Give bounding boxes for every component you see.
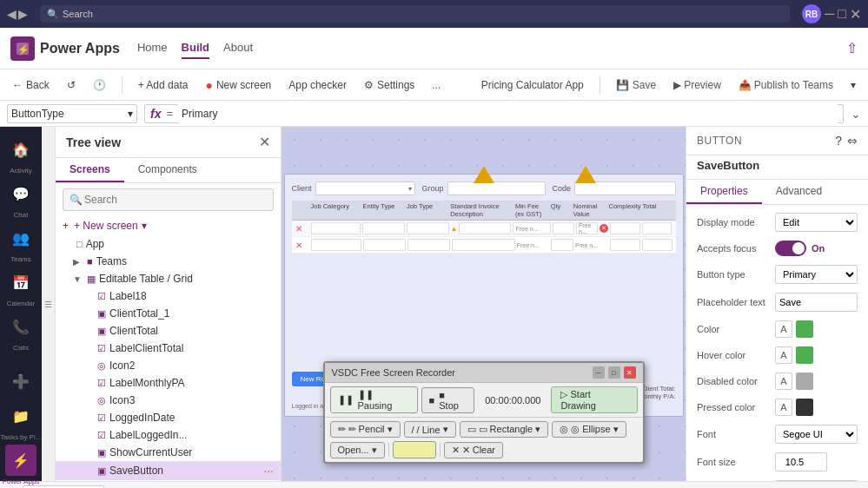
- tree-item-labelloggedin[interactable]: ☑ LabelLoggedIn...: [56, 426, 281, 444]
- share-icon[interactable]: ⇧: [846, 40, 858, 56]
- pressed-color-a-swatch[interactable]: A: [775, 399, 792, 416]
- row-2-description[interactable]: [452, 239, 515, 251]
- calls-nav-item[interactable]: 📞 Calls: [5, 311, 36, 352]
- row-2-delete-icon[interactable]: ✕: [295, 241, 302, 250]
- publish-button[interactable]: 📤 Publish to Teams: [733, 76, 838, 95]
- table-row-1[interactable]: ✕ ▲ Free n...: [292, 221, 676, 237]
- props-help-icon[interactable]: ?: [835, 134, 842, 148]
- row-2-minfee[interactable]: Free n...: [517, 242, 550, 248]
- save-button[interactable]: 💾 Save: [611, 76, 661, 95]
- nav-about[interactable]: About: [223, 37, 253, 59]
- nav-build[interactable]: Build: [182, 37, 210, 59]
- tree-item-app[interactable]: □ App: [56, 235, 281, 253]
- history-button[interactable]: 🕐: [88, 76, 111, 95]
- row-1-jobcategory[interactable]: [311, 222, 361, 234]
- nav-back[interactable]: ◀: [7, 7, 17, 21]
- recorder-pencil-tool[interactable]: ✏ ✏ Pencil ▾: [330, 421, 401, 438]
- row-1-minfee[interactable]: Free n...: [513, 222, 550, 234]
- files-nav-item[interactable]: 📁 Tasks by Pl...: [0, 400, 41, 441]
- recorder-draw-button[interactable]: ▷ Start Drawing: [551, 386, 637, 413]
- table-row-2[interactable]: ✕ Free n... Free n...: [292, 237, 676, 254]
- hover-color-green-swatch[interactable]: [796, 346, 813, 364]
- row-2-total[interactable]: [642, 239, 673, 251]
- settings-button[interactable]: ⚙ Settings: [359, 76, 420, 95]
- recorder-pause-button[interactable]: ❚❚ ❚❚ Pausing: [330, 386, 418, 413]
- recorder-minimize-btn[interactable]: ─: [593, 366, 605, 379]
- button-type-select[interactable]: Primary: [775, 265, 858, 284]
- hover-color-a-swatch[interactable]: A: [775, 346, 792, 364]
- tree-item-clienttotal1[interactable]: ▣ ClientTotal_1: [56, 305, 281, 322]
- new-screen-button[interactable]: + + New screen ▾: [56, 216, 281, 235]
- accepts-focus-toggle[interactable]: [775, 241, 806, 256]
- font-size-input[interactable]: [775, 452, 827, 472]
- row-1-qty[interactable]: [553, 222, 574, 234]
- user-avatar[interactable]: RB: [802, 4, 821, 23]
- tree-item-icon2[interactable]: ◎ Icon2: [56, 357, 281, 374]
- recorder-close-btn[interactable]: ✕: [624, 366, 636, 379]
- placeholder-text-input[interactable]: [775, 293, 858, 312]
- publish-more-button[interactable]: ▾: [845, 76, 861, 95]
- nav-forward[interactable]: ▶: [18, 7, 28, 21]
- tree-item-label18[interactable]: ☑ Label18: [56, 287, 281, 305]
- property-selector[interactable]: ButtonType ▾: [7, 104, 137, 123]
- new-screen-button[interactable]: ● New screen: [200, 75, 276, 96]
- font-weight-select[interactable]: Normal: [775, 480, 858, 481]
- tree-close-button[interactable]: ✕: [259, 134, 270, 150]
- color-green-swatch[interactable]: [796, 320, 813, 338]
- tree-search-input[interactable]: [63, 188, 274, 211]
- tree-item-icon3[interactable]: ◎ Icon3: [56, 392, 281, 409]
- row-1-delete-icon[interactable]: ✕: [295, 224, 302, 234]
- status-screen-select[interactable]: Editable Ta...: [23, 485, 104, 489]
- tree-item-editable-table[interactable]: ▼ ▦ Editable Table / Grid: [56, 270, 281, 287]
- tree-item-labelclientcode[interactable]: ☑ LabelClientCode: [56, 480, 281, 481]
- app-checker-button[interactable]: App checker: [283, 76, 352, 95]
- add-nav-item[interactable]: ➕: [5, 366, 36, 397]
- close-btn[interactable]: ✕: [850, 6, 861, 23]
- tree-item-clienttotal[interactable]: ▣ ClientTotal: [56, 322, 281, 340]
- preview-button[interactable]: ▶ Preview: [668, 76, 726, 95]
- recorder-maximize-btn[interactable]: □: [608, 366, 620, 379]
- add-data-button[interactable]: + Add data: [133, 76, 194, 95]
- props-expand-icon[interactable]: ⇔: [847, 134, 858, 148]
- minimize-btn[interactable]: ─: [825, 6, 834, 22]
- address-bar[interactable]: 🔍 Search: [40, 5, 790, 23]
- row-2-jobcategory[interactable]: [311, 239, 361, 251]
- pricing-calculator-button[interactable]: Pricing Calculator App: [476, 76, 589, 95]
- row-1-complexity[interactable]: [610, 222, 640, 234]
- formula-expand-icon[interactable]: ⌄: [851, 107, 861, 121]
- tree-item-showcurrentuser[interactable]: ▣ ShowCurrentUser: [56, 444, 281, 461]
- chat-nav-item[interactable]: 💬 Chat: [5, 178, 36, 219]
- row-2-nominal[interactable]: Free n...: [575, 242, 608, 248]
- row-1-jobtype[interactable]: [407, 222, 449, 234]
- tree-toggle[interactable]: ☰: [42, 127, 56, 481]
- teams-nav-item[interactable]: 👥 Teams: [5, 222, 36, 263]
- row-2-jobtype[interactable]: [407, 239, 450, 251]
- row-2-complexity[interactable]: [610, 239, 640, 251]
- row-1-total[interactable]: [642, 222, 673, 234]
- tree-item-labelmonthlypa[interactable]: ☑ LabelMonthlyPA: [56, 374, 281, 392]
- recorder-clear-button[interactable]: ✕ ✕ Clear: [444, 442, 503, 458]
- back-button[interactable]: ← Back: [7, 76, 55, 95]
- props-tab-advanced[interactable]: Advanced: [762, 180, 836, 204]
- row-1-entitytype[interactable]: [362, 222, 405, 234]
- display-mode-select[interactable]: Edit: [775, 213, 858, 232]
- row-2-entitytype[interactable]: [363, 239, 406, 251]
- client-dropdown[interactable]: ▾: [315, 181, 415, 195]
- disabled-color-grey-swatch[interactable]: [796, 373, 813, 390]
- row-2-qty[interactable]: [551, 239, 573, 251]
- row-1-nominal[interactable]: Free n...: [576, 222, 598, 234]
- recorder-stop-button[interactable]: ■ ■ Stop: [421, 387, 475, 413]
- color-a-swatch[interactable]: A: [775, 320, 792, 338]
- font-select[interactable]: Segoe UI: [775, 425, 858, 444]
- pressed-color-dark-swatch[interactable]: [796, 399, 813, 416]
- tree-item-labelclienttotal[interactable]: ☑ LabelClientTotal: [56, 340, 281, 357]
- recorder-open-tool[interactable]: Open... ▾: [330, 442, 385, 458]
- maximize-btn[interactable]: □: [838, 6, 846, 22]
- row-1-remove-icon[interactable]: ✕: [600, 224, 608, 233]
- recorder-rectangle-tool[interactable]: ▭ ▭ Rectangle ▾: [460, 421, 549, 438]
- savebutton-more-icon[interactable]: ···: [263, 464, 274, 478]
- recorder-color-picker[interactable]: [393, 441, 436, 458]
- recorder-ellipse-tool[interactable]: ◎ ◎ Ellipse ▾: [552, 421, 626, 438]
- undo-button[interactable]: ↺: [62, 76, 81, 95]
- more-button[interactable]: ...: [427, 76, 446, 95]
